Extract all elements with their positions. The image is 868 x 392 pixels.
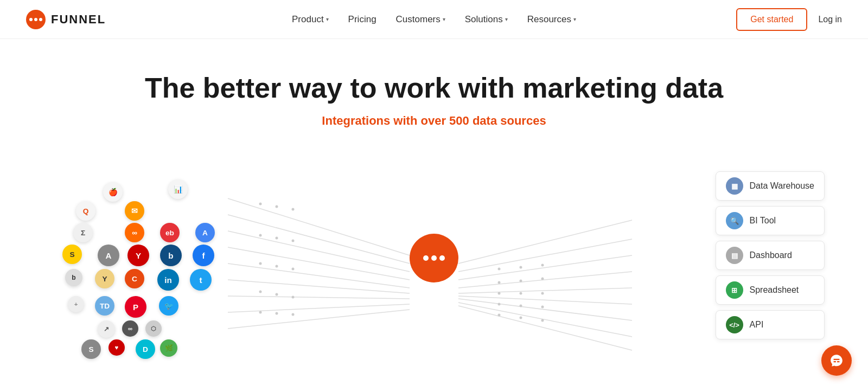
dest-icon-1: 🔍 xyxy=(726,212,743,229)
dest-card-bi-tool[interactable]: 🔍BI Tool xyxy=(716,206,825,235)
svg-point-34 xyxy=(520,266,522,269)
source-icon-21: 🐦 xyxy=(159,296,178,316)
nav-link-solutions[interactable]: Solutions ▾ xyxy=(457,10,515,29)
source-icon-25: S xyxy=(81,339,101,359)
nav-item-pricing[interactable]: Pricing xyxy=(341,10,384,29)
source-icon-5: ∞ xyxy=(125,223,144,242)
source-icon-18: + xyxy=(68,296,84,312)
source-icon-17: t xyxy=(190,269,212,291)
dest-card-dashboard[interactable]: ▤Dashboard xyxy=(716,241,825,270)
orb-dot-1 xyxy=(423,255,429,261)
source-icon-19: TD xyxy=(95,296,114,316)
hero-section: The better way to work with marketing da… xyxy=(0,39,868,150)
svg-line-26 xyxy=(458,255,632,280)
source-icon-10: Y xyxy=(127,245,149,266)
source-icon-12: f xyxy=(193,245,214,266)
svg-point-33 xyxy=(498,268,501,271)
dest-card-api[interactable]: </>API xyxy=(716,310,825,339)
source-icon-14: Y xyxy=(95,269,114,288)
svg-point-37 xyxy=(520,280,522,282)
source-icon-7: A xyxy=(195,223,215,242)
orb-dot-2 xyxy=(431,255,437,261)
svg-line-32 xyxy=(458,306,632,350)
dest-label-1: BI Tool xyxy=(750,216,776,226)
chevron-down-icon: ▾ xyxy=(443,16,445,22)
chat-bubble-button[interactable] xyxy=(821,345,852,376)
logo-text: FUNNEL xyxy=(51,12,106,27)
svg-point-45 xyxy=(498,314,501,317)
dest-card-spreadsheet[interactable]: ⊞Spreadsheet xyxy=(716,275,825,305)
svg-point-10 xyxy=(276,205,278,208)
source-icon-8: S xyxy=(62,245,82,264)
svg-point-19 xyxy=(276,293,278,296)
svg-line-25 xyxy=(458,239,632,272)
source-icon-24: ⬡ xyxy=(145,320,162,337)
source-icon-2: ✉ xyxy=(125,201,144,221)
chevron-down-icon: ▾ xyxy=(505,16,508,22)
nav-actions: Get started Log in xyxy=(736,8,842,31)
logo-dots xyxy=(29,18,42,21)
logo-dot-1 xyxy=(29,18,33,21)
svg-point-36 xyxy=(498,281,501,284)
chevron-down-icon: ▾ xyxy=(573,16,576,22)
source-icon-0: 🍎 xyxy=(103,182,123,202)
logo-dot-3 xyxy=(39,18,42,21)
source-icon-22: ↗ xyxy=(98,320,115,338)
source-icon-9: A xyxy=(98,245,119,266)
svg-line-27 xyxy=(458,272,632,288)
nav-item-solutions[interactable]: Solutions ▾ xyxy=(457,10,515,29)
navbar: FUNNEL Product ▾ Pricing Customers ▾ Sol… xyxy=(0,0,868,39)
nav-link-pricing[interactable]: Pricing xyxy=(341,10,384,29)
dest-card-data-warehouse[interactable]: ▦Data Warehouse xyxy=(716,171,825,201)
svg-point-46 xyxy=(520,317,522,319)
svg-point-17 xyxy=(292,268,295,271)
svg-point-35 xyxy=(541,264,544,267)
logo-dot-2 xyxy=(34,18,37,21)
svg-line-28 xyxy=(458,288,632,293)
nav-item-product[interactable]: Product ▾ xyxy=(284,10,336,29)
hero-subtext-after: data sources xyxy=(469,114,546,127)
dest-icon-4: </> xyxy=(726,316,743,333)
svg-point-39 xyxy=(498,292,501,295)
hero-headline: The better way to work with marketing da… xyxy=(11,72,857,104)
dest-icon-2: ▤ xyxy=(726,247,743,264)
nav-link-product[interactable]: Product ▾ xyxy=(284,10,336,29)
hero-subtext-before: Integrations with over xyxy=(322,114,449,127)
logo-icon xyxy=(26,10,46,29)
source-icon-6: eb xyxy=(160,223,180,242)
svg-point-40 xyxy=(520,292,522,295)
nav-item-resources[interactable]: Resources ▾ xyxy=(520,10,584,29)
svg-point-44 xyxy=(541,306,544,309)
svg-point-42 xyxy=(498,303,501,306)
source-icon-28: 🌿 xyxy=(160,339,177,357)
nav-link-customers[interactable]: Customers ▾ xyxy=(388,10,453,29)
dest-label-3: Spreadsheet xyxy=(750,285,799,295)
orb-dot-3 xyxy=(439,255,445,261)
svg-line-24 xyxy=(458,220,632,264)
svg-point-13 xyxy=(276,237,278,240)
svg-point-41 xyxy=(541,292,544,295)
svg-point-20 xyxy=(292,296,295,299)
svg-point-47 xyxy=(541,319,544,322)
source-icon-26: ♥ xyxy=(108,339,125,356)
hero-subtext: Integrations with over 500 data sources xyxy=(11,114,857,128)
source-icon-23: ∞ xyxy=(122,320,138,337)
nav-link-resources[interactable]: Resources ▾ xyxy=(520,10,584,29)
source-icon-3: 📊 xyxy=(168,179,188,199)
destinations: ▦Data Warehouse🔍BI Tool▤Dashboard⊞Spread… xyxy=(716,171,825,339)
svg-point-16 xyxy=(276,265,278,268)
funnel-orb xyxy=(410,234,458,282)
svg-line-29 xyxy=(458,296,632,304)
dest-icon-0: ▦ xyxy=(726,177,743,195)
source-icon-11: b xyxy=(160,245,182,266)
source-icon-20: P xyxy=(125,296,146,318)
source-icon-15: C xyxy=(125,269,144,288)
logo[interactable]: FUNNEL xyxy=(26,10,106,29)
svg-point-11 xyxy=(292,208,295,211)
get-started-button[interactable]: Get started xyxy=(736,8,807,31)
login-button[interactable]: Log in xyxy=(818,15,842,24)
diagram-section: 🍎Q✉📊Σ∞ebASAYbfbYCint+TDP🐦↗∞⬡S♥D🌿 ▦Data W… xyxy=(0,155,868,361)
chevron-down-icon: ▾ xyxy=(326,16,329,22)
nav-item-customers[interactable]: Customers ▾ xyxy=(388,10,453,29)
svg-point-38 xyxy=(541,278,544,280)
